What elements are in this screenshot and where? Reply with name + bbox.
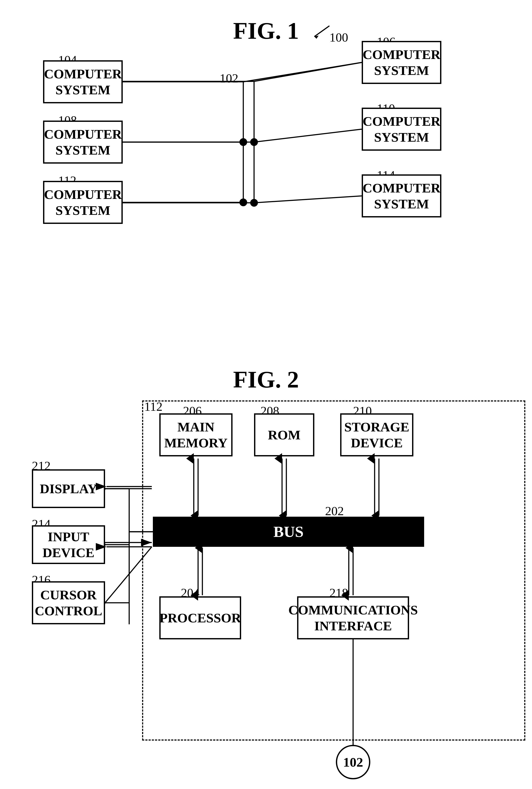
box-cursor-label: CURSOR CONTROL [35,587,102,619]
box-rom-label: ROM [268,427,301,443]
box-108-label: COMPUTER SYSTEM [44,126,122,158]
box-106: COMPUTER SYSTEM [362,41,441,84]
svg-line-17 [254,196,362,203]
circle-102: 102 [336,745,370,779]
box-bus-label: BUS [273,523,304,541]
svg-line-0 [314,26,329,37]
box-bus: BUS [153,517,424,547]
box-cursor: CURSOR CONTROL [32,581,105,624]
box-processor-label: PROCESSOR [159,610,241,626]
box-110-label: COMPUTER SYSTEM [363,113,440,145]
fig2-ref-112: 112 [144,399,163,414]
box-114: COMPUTER SYSTEM [362,174,441,217]
svg-point-7 [240,198,247,206]
box-main-memory-label: MAIN MEMORY [164,419,228,451]
fig1-container: FIG. 1 100 104 108 112 106 110 114 102 C… [17,13,515,358]
box-108: COMPUTER SYSTEM [43,120,123,163]
box-storage: STORAGE DEVICE [340,413,413,456]
ref-102: 102 [220,71,238,85]
svg-line-8 [243,62,362,82]
fig2-container: FIG. 2 112 206 MAIN MEMORY 208 ROM 210 S… [17,366,515,789]
box-display-label: DISPLAY [40,481,97,497]
box-main-memory: MAIN MEMORY [159,413,232,456]
svg-point-13 [250,138,258,146]
svg-line-15 [254,62,362,81]
svg-marker-47 [105,543,106,546]
box-comms-label: COMMUNICATIONS INTERFACE [288,602,418,634]
fig2-ref-202: 202 [325,504,344,518]
svg-marker-43 [105,487,106,490]
box-112-label: COMPUTER SYSTEM [44,187,122,218]
fig1-title: FIG. 1 [233,17,299,44]
box-storage-label: STORAGE DEVICE [344,419,409,451]
box-112: COMPUTER SYSTEM [43,181,123,224]
fig2-title: FIG. 2 [233,366,299,393]
box-114-label: COMPUTER SYSTEM [363,180,440,212]
page: FIG. 1 100 104 108 112 106 110 114 102 C… [0,0,532,789]
fig1-arrow-100 [308,24,334,41]
box-display: DISPLAY [32,469,105,508]
svg-point-14 [250,199,258,207]
box-110: COMPUTER SYSTEM [362,108,441,151]
box-106-label: COMPUTER SYSTEM [363,46,440,79]
box-processor: PROCESSOR [159,596,241,639]
box-input-label: INPUT DEVICE [42,529,94,561]
box-comms: COMMUNICATIONS INTERFACE [297,596,409,639]
box-104: COMPUTER SYSTEM [43,60,123,103]
svg-marker-49 [105,601,106,604]
circle-102-label: 102 [343,754,363,770]
svg-line-16 [254,129,362,142]
box-rom: ROM [254,413,314,456]
box-input: INPUT DEVICE [32,525,105,564]
box-104-label: COMPUTER SYSTEM [44,66,122,98]
svg-point-6 [240,138,247,146]
